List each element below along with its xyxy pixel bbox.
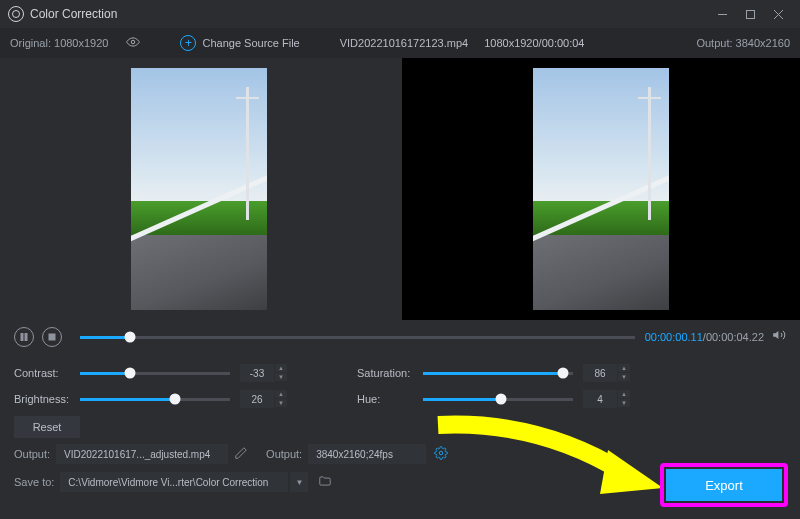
svg-rect-5 [21,333,23,341]
brightness-step-down[interactable]: ▼ [275,399,287,407]
titlebar: Color Correction [0,0,800,28]
contrast-step-up[interactable]: ▲ [275,364,287,372]
window-title: Color Correction [30,7,117,21]
svg-rect-6 [25,333,27,341]
toolbar: Original: 1080x1920 + Change Source File… [0,28,800,58]
reset-button[interactable]: Reset [14,416,80,438]
brightness-label: Brightness: [14,393,80,405]
preview-toggle-icon[interactable] [126,35,140,51]
adjustment-panel: Contrast: -33 ▲▼ Saturation: 86 ▲▼ Brigh… [0,354,800,440]
contrast-label: Contrast: [14,367,80,379]
brightness-slider[interactable] [80,398,230,401]
export-button[interactable]: Export [666,469,782,501]
seek-progress [80,336,130,339]
save-to-dropdown[interactable]: ▼ [290,472,308,492]
output-file-label: Output: [14,448,50,460]
saturation-step-up[interactable]: ▲ [618,364,630,372]
hue-step-down[interactable]: ▼ [618,399,630,407]
saturation-slider[interactable] [423,372,573,375]
volume-icon[interactable] [772,328,786,346]
app-logo-icon [8,6,24,22]
contrast-value[interactable]: -33 [240,364,274,382]
save-to-label: Save to: [14,476,54,488]
maximize-button[interactable] [736,0,764,28]
saturation-value[interactable]: 86 [583,364,617,382]
svg-rect-1 [746,10,754,18]
edit-filename-icon[interactable] [234,446,248,462]
export-highlight: Export [660,463,788,507]
svg-rect-7 [49,334,55,340]
hue-value[interactable]: 4 [583,390,617,408]
open-folder-icon[interactable] [318,474,332,490]
video-frame-original [131,68,267,310]
source-filename: VID20221016172123.mp4 [340,37,468,49]
brightness-value[interactable]: 26 [240,390,274,408]
save-to-value: C:\Vidmore\Vidmore Vi...rter\Color Corre… [60,472,288,492]
change-source-button[interactable]: + Change Source File [180,35,299,51]
seek-knob[interactable] [124,332,135,343]
contrast-slider[interactable] [80,372,230,375]
plus-icon: + [180,35,196,51]
svg-point-4 [132,40,136,44]
settings-icon[interactable] [434,446,448,462]
timeline: 00:00:00.11/00:00:04.22 [0,320,800,354]
svg-marker-8 [773,331,778,339]
hue-step-up[interactable]: ▲ [618,390,630,398]
saturation-label: Saturation: [357,367,423,379]
source-dims-duration: 1080x1920/00:00:04 [484,37,584,49]
contrast-step-down[interactable]: ▼ [275,373,287,381]
change-source-label: Change Source File [202,37,299,49]
svg-point-9 [439,451,443,455]
seek-slider[interactable] [80,336,635,339]
minimize-button[interactable] [708,0,736,28]
output-format-value: 3840x2160;24fps [308,444,426,464]
output-dimensions: Output: 3840x2160 [696,37,790,49]
output-format-label: Output: [266,448,302,460]
saturation-step-down[interactable]: ▼ [618,373,630,381]
preview-area [0,58,800,320]
hue-label: Hue: [357,393,423,405]
time-total: /00:00:04.22 [703,331,764,343]
time-current: 00:00:00.11 [645,331,703,343]
preview-output [402,58,800,320]
original-dimensions: Original: 1080x1920 [10,37,108,49]
video-frame-output [533,68,669,310]
output-file-value: VID2022101617..._adjusted.mp4 [56,444,228,464]
hue-slider[interactable] [423,398,573,401]
stop-button[interactable] [42,327,62,347]
close-button[interactable] [764,0,792,28]
pause-button[interactable] [14,327,34,347]
preview-original [0,58,398,320]
brightness-step-up[interactable]: ▲ [275,390,287,398]
